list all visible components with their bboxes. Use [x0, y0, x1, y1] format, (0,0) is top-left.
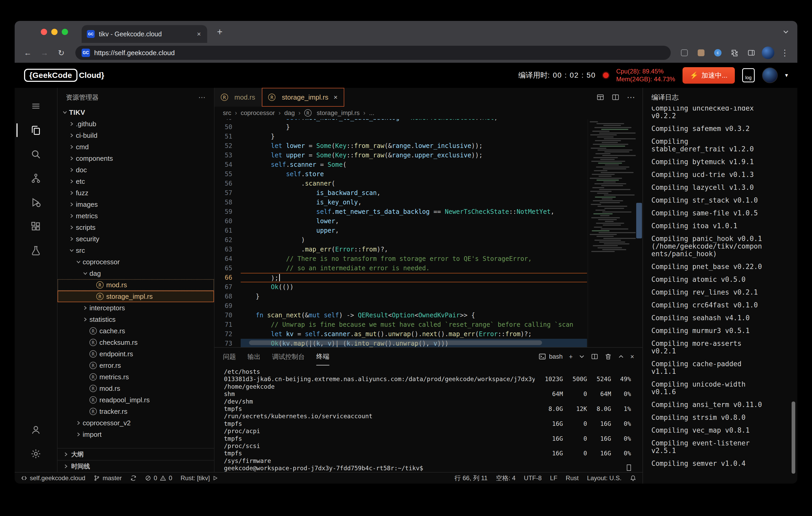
tab-debug-console[interactable]: 调试控制台 [272, 348, 305, 365]
tab-close-icon[interactable]: × [334, 93, 338, 101]
menu-icon[interactable] [23, 94, 49, 118]
extension-icon[interactable] [695, 47, 707, 59]
tree-item-src[interactable]: src [58, 245, 214, 256]
reload-button[interactable]: ↻ [54, 46, 68, 60]
new-tab-button[interactable]: + [213, 26, 226, 38]
editor-more-icon[interactable]: ⋯ [627, 92, 635, 102]
user-menu-caret-icon[interactable]: ▾ [785, 72, 788, 79]
account-icon[interactable] [23, 418, 49, 442]
url-bar[interactable]: GC https://self.geekcode.cloud [75, 46, 671, 60]
compile-log-scrollbar[interactable] [791, 401, 795, 474]
close-panel-icon[interactable]: × [630, 353, 634, 361]
back-button[interactable]: ← [21, 46, 34, 60]
keyboard-layout[interactable]: Layout: U.S. [587, 475, 621, 482]
git-branch-indicator[interactable]: master [94, 475, 122, 482]
compile-log-output[interactable]: Compiling unchecked-index v0.2.2Compilin… [643, 107, 768, 484]
tree-item-dag[interactable]: dag [58, 268, 214, 279]
forward-button[interactable]: → [38, 46, 51, 60]
minimize-window-button[interactable] [51, 29, 58, 35]
tree-item-readpool_impl.rs[interactable]: Rreadpool_impl.rs [58, 394, 214, 406]
tab-output[interactable]: 输出 [248, 348, 261, 365]
remote-indicator[interactable]: self.geekcode.cloud [21, 475, 85, 482]
tree-item-components[interactable]: components [58, 153, 214, 164]
source-control-icon[interactable] [23, 166, 49, 190]
side-panel-icon[interactable] [745, 47, 758, 59]
language-id[interactable]: Rust [566, 475, 579, 482]
sync-button[interactable] [130, 475, 137, 481]
tree-item-cmd[interactable]: cmd [58, 141, 214, 153]
tree-item-mod.rs[interactable]: Rmod.rs [58, 279, 214, 291]
tree-item-import[interactable]: import [58, 429, 214, 440]
tree-item-mod.rs[interactable]: Rmod.rs [58, 383, 214, 394]
tree-item-endpoint.rs[interactable]: Rendpoint.rs [58, 348, 214, 360]
browser-menu-kebab-icon[interactable]: ⋮ [779, 47, 791, 59]
browser-tab[interactable]: GC tikv - Geekcode.cloud × [82, 25, 207, 43]
tree-item-etc[interactable]: etc [58, 176, 214, 187]
tree-item-ci-build[interactable]: ci-build [58, 130, 214, 141]
tree-item-scripts[interactable]: scripts [58, 222, 214, 233]
settings-gear-icon[interactable] [23, 442, 49, 466]
boost-button[interactable]: ⚡ 加速中... [683, 67, 735, 84]
tree-item-statistics[interactable]: statistics [58, 314, 214, 325]
tab-close-icon[interactable]: × [196, 30, 202, 38]
tree-item-fuzz[interactable]: fuzz [58, 187, 214, 199]
tree-item-.github[interactable]: .github [58, 118, 214, 130]
maximize-panel-icon[interactable] [618, 354, 624, 359]
terminal-output[interactable]: /etc/hosts013381d3-jka6.cn-beijing.extre… [214, 365, 642, 472]
tab-terminal[interactable]: 终端 [316, 348, 329, 365]
user-avatar[interactable] [762, 67, 778, 83]
problems-indicator[interactable]: 0 0 [145, 475, 172, 482]
toggle-layout-icon[interactable] [597, 93, 604, 101]
explorer-icon[interactable] [23, 118, 49, 142]
minimap[interactable] [587, 119, 636, 347]
encoding[interactable]: UTF-8 [524, 475, 542, 482]
tree-item-metrics.rs[interactable]: Rmetrics.rs [58, 371, 214, 383]
breadcrumb-item[interactable]: src [223, 109, 231, 117]
tree-item-storage_impl.rs[interactable]: Rstorage_impl.rs [58, 291, 214, 302]
cursor-position[interactable]: 行 66, 列 11 [455, 474, 488, 482]
tree-item-cache.rs[interactable]: Rcache.rs [58, 325, 214, 337]
search-icon[interactable] [23, 142, 49, 166]
editor-horizontal-scrollbar[interactable] [249, 340, 542, 345]
tab-problems[interactable]: 问题 [223, 348, 236, 365]
editor-vertical-scrollbar[interactable] [636, 203, 642, 238]
editor-tab-storage-impl-rs[interactable]: R storage_impl.rs × [262, 88, 344, 107]
indentation[interactable]: 空格: 4 [496, 474, 516, 482]
breadcrumb-item[interactable]: R storage_impl.rs [304, 109, 360, 117]
tree-item-metrics[interactable]: metrics [58, 210, 214, 222]
tab-search-chevron-icon[interactable] [783, 29, 789, 35]
language-status[interactable]: Rust: [tikv] [180, 475, 218, 482]
tree-item-images[interactable]: images [58, 199, 214, 210]
split-editor-icon[interactable] [612, 93, 619, 101]
browser-profile-avatar[interactable] [762, 47, 774, 59]
timeline-section[interactable]: 时间线 [58, 460, 214, 472]
zoom-window-button[interactable] [62, 29, 68, 35]
notifications-bell-icon[interactable] [630, 475, 636, 481]
test-beaker-icon[interactable] [23, 238, 49, 263]
breadcrumb-item[interactable]: dag [284, 109, 295, 117]
breadcrumb-item[interactable]: ... [369, 109, 374, 117]
log-button[interactable]: log [742, 68, 755, 82]
run-debug-icon[interactable] [23, 190, 49, 214]
split-terminal-icon[interactable] [591, 353, 598, 360]
tree-item-error.rs[interactable]: Rerror.rs [58, 360, 214, 371]
code-editor[interactable]: 49 self.met_newer_ts_data_backlog = Newe… [214, 119, 642, 347]
tree-item-doc[interactable]: doc [58, 164, 214, 176]
close-window-button[interactable] [41, 29, 47, 35]
explorer-more-icon[interactable]: ⋯ [198, 93, 206, 102]
tree-item-TIKV[interactable]: TIKV [58, 107, 214, 118]
editor-tab-mod-rs[interactable]: R mod.rs [214, 88, 262, 107]
puzzle-extensions-icon[interactable] [728, 47, 741, 59]
tree-item-tracker.rs[interactable]: Rtracker.rs [58, 406, 214, 417]
breadcrumb-item[interactable]: coprocessor [241, 109, 275, 117]
extensions-icon[interactable] [23, 214, 49, 238]
eol-type[interactable]: LF [550, 475, 557, 482]
tree-item-security[interactable]: security [58, 233, 214, 245]
shell-selector[interactable]: bash [539, 353, 563, 360]
new-terminal-icon[interactable]: + [569, 353, 573, 361]
kill-terminal-trash-icon[interactable] [605, 353, 612, 360]
outline-section[interactable]: 大纲 [58, 448, 214, 460]
terminal-dropdown-icon[interactable] [579, 354, 585, 359]
tree-item-coprocessor[interactable]: coprocessor [58, 256, 214, 268]
extension-icon[interactable]: c [712, 47, 724, 59]
